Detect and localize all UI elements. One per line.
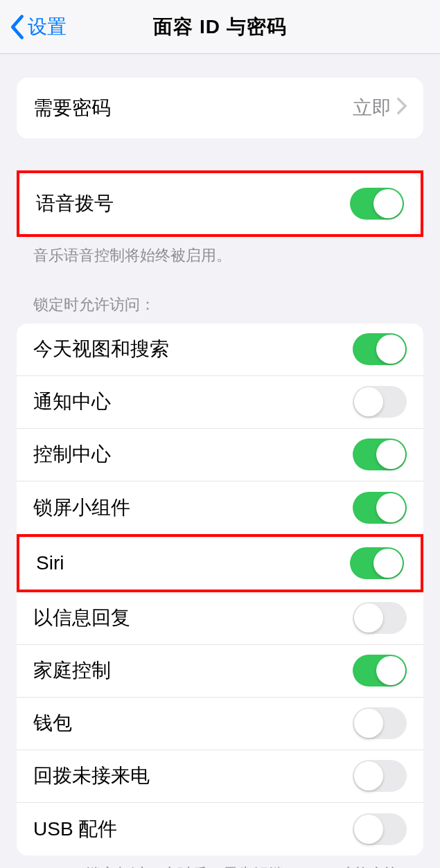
notification-center-toggle[interactable] <box>353 386 407 418</box>
callback-row: 回拨未接来电 <box>17 750 423 803</box>
page-title: 面容 ID 与密码 <box>153 14 287 40</box>
lock-widgets-toggle[interactable] <box>353 492 407 524</box>
siri-group: Siri <box>19 537 421 590</box>
today-view-toggle[interactable] <box>353 333 407 365</box>
usb-toggle[interactable] <box>353 813 407 845</box>
require-passcode-label: 需要密码 <box>33 95 111 121</box>
voice-dial-label: 语音拨号 <box>36 191 114 217</box>
voice-dial-footer: 音乐语音控制将始终被启用。 <box>17 237 423 267</box>
require-passcode-row[interactable]: 需要密码 立即 <box>17 78 423 139</box>
navigation-bar: 设置 面容 ID 与密码 <box>0 0 440 54</box>
today-view-row: 今天视图和搜索 <box>17 324 423 376</box>
wallet-toggle[interactable] <box>353 707 407 739</box>
reply-message-row: 以信息回复 <box>17 592 423 645</box>
siri-label: Siri <box>36 552 64 574</box>
usb-label: USB 配件 <box>33 816 117 842</box>
voice-dial-highlight: 语音拨号 <box>17 170 423 237</box>
wallet-row: 钱包 <box>17 698 423 750</box>
reply-message-label: 以信息回复 <box>33 605 130 631</box>
today-view-label: 今天视图和搜索 <box>33 336 169 362</box>
usb-row: USB 配件 <box>17 803 423 856</box>
lock-widgets-row: 锁屏小组件 <box>17 481 423 534</box>
home-control-row: 家庭控制 <box>17 645 423 698</box>
require-passcode-value: 立即 <box>353 95 407 121</box>
callback-toggle[interactable] <box>353 760 407 792</box>
usb-footer: iPhone 锁定超过一小时后，需先解锁 iPhone 才能允许 USB 配件连… <box>17 856 423 868</box>
lock-widgets-label: 锁屏小组件 <box>33 495 130 521</box>
callback-label: 回拨未接来电 <box>33 763 150 789</box>
back-label[interactable]: 设置 <box>28 14 67 40</box>
control-center-label: 控制中心 <box>33 441 111 468</box>
home-control-toggle[interactable] <box>353 655 407 687</box>
voice-dial-toggle[interactable] <box>350 188 404 220</box>
siri-toggle[interactable] <box>350 547 404 579</box>
siri-row: Siri <box>19 537 421 590</box>
siri-highlight: Siri <box>17 534 423 592</box>
wallet-label: 钱包 <box>33 710 72 736</box>
control-center-toggle[interactable] <box>353 439 407 470</box>
require-passcode-group: 需要密码 立即 <box>17 78 423 139</box>
lock-access-group: 今天视图和搜索 通知中心 控制中心 锁屏小组件 <box>17 324 423 534</box>
voice-dial-group: 语音拨号 <box>19 173 421 234</box>
voice-dial-row: 语音拨号 <box>19 173 421 234</box>
reply-message-toggle[interactable] <box>353 602 407 634</box>
back-chevron-icon[interactable] <box>8 14 25 40</box>
control-center-row: 控制中心 <box>17 429 423 481</box>
lock-access-header: 锁定时允许访问： <box>17 294 423 324</box>
notification-center-label: 通知中心 <box>33 389 111 415</box>
chevron-right-icon <box>397 97 407 119</box>
lock-access-group-2: 以信息回复 家庭控制 钱包 回拨未接来电 USB 配件 <box>17 592 423 856</box>
home-control-label: 家庭控制 <box>33 657 111 684</box>
notification-center-row: 通知中心 <box>17 376 423 429</box>
